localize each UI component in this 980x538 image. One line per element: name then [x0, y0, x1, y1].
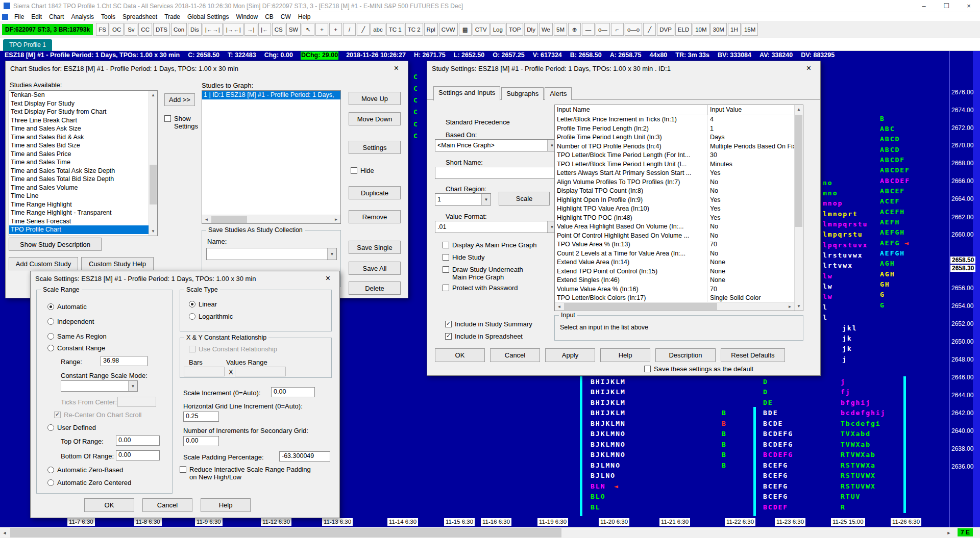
checkbox-icon[interactable] [180, 466, 186, 473]
top-of-range-field[interactable]: 0.00 [116, 435, 160, 446]
duplicate-button[interactable]: Duplicate [349, 186, 401, 199]
reset-defaults-button[interactable]: Reset Defaults [721, 348, 785, 362]
studies-list-item[interactable]: Time and Sales Ask Size [9, 124, 149, 133]
toolbar-button-sv[interactable]: Sv [125, 23, 137, 36]
studies-list-item[interactable]: Time and Sales Total Ask Size Depth [9, 167, 149, 175]
hide-checkbox[interactable]: Hide [351, 167, 374, 174]
constant-range-scale-mode-combo[interactable]: ▼ [61, 380, 138, 392]
radio-icon[interactable] [47, 303, 54, 310]
chart-region-combo[interactable]: 1 ▼ [435, 193, 491, 206]
inputs-table[interactable]: Input Name Input Value Letter/Block Pric… [554, 105, 803, 311]
table-row[interactable]: Display Total TPO Count (In:8)No [555, 187, 794, 196]
toolbar-button-item[interactable]: ⌐ [611, 23, 624, 36]
table-row[interactable]: Value Area Highlight Based On Volume (In… [555, 222, 794, 232]
table-row[interactable]: Align Volume Profiles To TPO Profiles (I… [555, 178, 794, 187]
checkbox-icon[interactable] [445, 321, 452, 327]
checkbox-icon[interactable] [443, 242, 449, 248]
toolbar-button-item[interactable]: ╱ [357, 23, 370, 36]
delete-button[interactable]: Delete [349, 281, 401, 295]
studies-list-item[interactable]: Time and Sales Volume [9, 184, 149, 192]
studies-list-item[interactable]: Text Display For Study from Chart [9, 108, 149, 116]
horizontal-scrollbar[interactable]: ◄ ► [202, 215, 340, 223]
studies-list-item[interactable]: Tenkan-Sen [9, 91, 149, 99]
menu-item-help[interactable]: Help [295, 13, 314, 20]
toolbar-button-30m[interactable]: 30M [710, 23, 727, 36]
tab-settings-and-inputs[interactable]: Settings and Inputs [433, 86, 500, 100]
display-as-main-checkbox[interactable]: Display As Main Price Graph [443, 241, 536, 249]
vertical-scrollbar[interactable]: ▲ ▼ [149, 91, 157, 236]
scroll-up-icon[interactable]: ▲ [149, 91, 157, 99]
studies-list-item[interactable]: Time Series Forecast [9, 217, 149, 226]
add-study-button[interactable]: Add >> [164, 93, 195, 106]
range-field[interactable]: 36.98 [101, 356, 148, 366]
toolbar-button-cc[interactable]: CC [138, 23, 152, 36]
scrollbar-thumb[interactable] [10, 528, 561, 537]
scale-button[interactable]: Scale [499, 192, 550, 206]
toolbar-button-o-o[interactable]: o—o [625, 23, 642, 36]
linear-radio[interactable]: Linear [189, 300, 217, 308]
toolbar-button-dvp[interactable]: DVP [657, 23, 674, 36]
scroll-right-icon[interactable]: ► [786, 302, 794, 311]
table-row[interactable]: Letters Always Start At Primary Session … [555, 169, 794, 178]
table-row[interactable]: Extend TPO Point of Control (In:15)None [555, 267, 794, 276]
studies-list-item[interactable]: Time and Sales Bid Size [9, 141, 149, 150]
scroll-down-icon[interactable]: ▼ [795, 302, 803, 311]
scrollbar-thumb[interactable] [795, 115, 802, 227]
studies-list-item[interactable]: Time and Sales Price [9, 150, 149, 159]
based-on-combo[interactable]: <Main Price Graph> ▼ [435, 139, 557, 151]
studies-to-graph-listbox[interactable]: 1 | ID:1 ESZ18 [M] #1 - Profile Period: … [202, 90, 341, 224]
move-down-button[interactable]: Move Down [349, 112, 401, 125]
cancel-button[interactable]: Cancel [490, 348, 540, 362]
toolbar-button-log[interactable]: Log [491, 23, 505, 36]
toolbar-button-ctv[interactable]: CTV [473, 23, 489, 36]
scroll-left-icon[interactable]: ◄ [555, 302, 564, 311]
scale-padding-field[interactable]: -63.300049 [279, 451, 330, 462]
same-as-region-radio[interactable]: Same As Region [47, 332, 107, 340]
add-custom-study-button[interactable]: Add Custom Study [9, 257, 78, 270]
radio-icon[interactable] [47, 467, 54, 473]
menu-item-edit[interactable]: Edit [28, 13, 45, 20]
table-row[interactable]: TPO Value Area % (In:13)70 [555, 240, 794, 249]
table-row[interactable]: Highlight Open In Profile (In:9)Yes [555, 196, 794, 205]
scroll-right-icon[interactable]: ► [332, 215, 340, 223]
toolbar-button-cs[interactable]: CS [272, 23, 285, 36]
tab-alerts[interactable]: Alerts [545, 87, 572, 100]
table-row[interactable]: Extend Singles (In:46)None [555, 276, 794, 285]
horizontal-scrollbar[interactable]: ◄ ► [0, 527, 953, 538]
scroll-right-icon[interactable]: ► [944, 527, 953, 538]
move-up-button[interactable]: Move Up [349, 92, 401, 105]
horizontal-scrollbar[interactable]: ◄ ► [555, 302, 794, 311]
studies-list-item[interactable]: Time and Sales Bid & Ask [9, 133, 149, 142]
hgrid-increment-field[interactable]: 0.25 [183, 412, 219, 422]
toolbar-button-item[interactable]: / [343, 23, 356, 36]
constant-range-radio[interactable]: Constant Range [47, 344, 105, 352]
checkbox-icon[interactable] [443, 254, 449, 261]
scrollbar-thumb[interactable] [564, 303, 717, 310]
table-row[interactable]: Highlight TPO POC (In:48)Yes [555, 214, 794, 223]
auto-zero-based-radio[interactable]: Automatic Zero-Based [47, 466, 123, 474]
radio-icon[interactable] [47, 479, 54, 486]
help-button[interactable]: Help [600, 348, 650, 362]
help-button[interactable]: Help [201, 498, 251, 512]
table-row[interactable]: TPO Letter/Block Colors (In:17)Single So… [555, 294, 794, 302]
logarithmic-radio[interactable]: Logarithmic [189, 313, 233, 320]
num-increments-field[interactable]: 0.00 [183, 436, 219, 446]
show-study-description-button[interactable]: Show Study Description [9, 238, 102, 251]
toolbar-button-oc[interactable]: OC [110, 23, 124, 36]
studies-list-item[interactable]: Time Range Highlight - Transparent [9, 209, 149, 217]
toolbar-button-15m[interactable]: 15M [742, 23, 758, 36]
scale-increment-field[interactable]: 0.00 [271, 387, 315, 397]
checkbox-icon[interactable] [445, 333, 452, 340]
toolbar-button-item[interactable]: →| [244, 23, 257, 36]
toolbar-button-item[interactable]: |← [258, 23, 271, 36]
toolbar-button-item[interactable]: + [315, 23, 328, 36]
radio-icon[interactable] [47, 318, 54, 325]
ok-button[interactable]: OK [84, 498, 134, 512]
menu-item-tools[interactable]: Tools [97, 13, 119, 20]
table-row[interactable]: TPO Letter/Block Time Period Length (For… [555, 151, 794, 160]
toolbar-button-item[interactable]: |→←| [224, 23, 243, 36]
include-summary-checkbox[interactable]: Include in Study Summary [445, 320, 532, 328]
scrollbar-thumb[interactable] [211, 216, 247, 223]
menu-item-window[interactable]: Window [232, 13, 261, 20]
menu-item-analysis[interactable]: Analysis [67, 13, 97, 20]
